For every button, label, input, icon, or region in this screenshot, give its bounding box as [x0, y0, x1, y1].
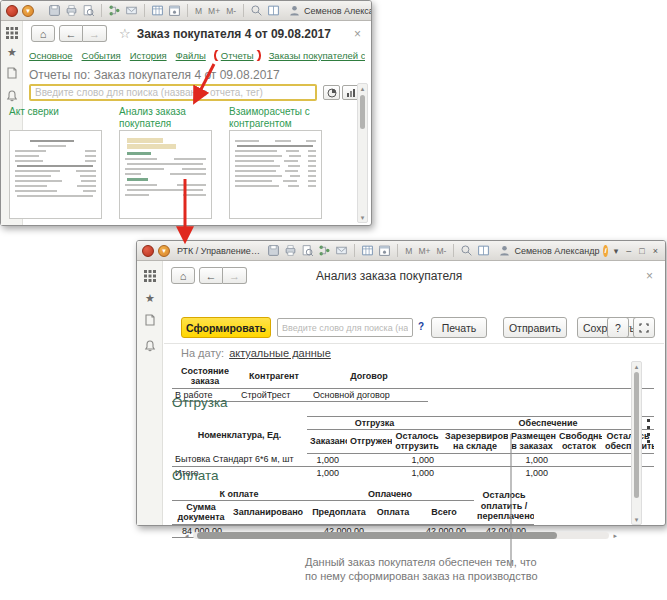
- table-icon[interactable]: [151, 4, 164, 17]
- vertical-scrollbar[interactable]: ▴ ▾: [357, 83, 368, 223]
- close-window-button[interactable]: ×: [651, 246, 660, 256]
- history-icon[interactable]: [143, 313, 157, 327]
- memory-mplus-button[interactable]: М+: [417, 246, 431, 256]
- toolbar-search-input[interactable]: [277, 318, 413, 337]
- date-value-link[interactable]: актуальные данные: [229, 347, 331, 359]
- favorite-star-icon[interactable]: ☆: [119, 26, 131, 41]
- user-badge[interactable]: Семенов Александр: [288, 4, 371, 17]
- columns-icon[interactable]: [267, 4, 280, 17]
- tree-icon[interactable]: [318, 244, 331, 257]
- app-menu-button[interactable]: [142, 245, 154, 257]
- group-header-provision: Обеспечение: [442, 417, 654, 430]
- home-button[interactable]: ⌂: [31, 25, 55, 42]
- cell: [556, 453, 602, 466]
- tab-events[interactable]: События: [82, 50, 121, 61]
- table-icon[interactable]: [361, 244, 374, 257]
- save-icon[interactable]: [48, 4, 61, 17]
- titlebar-dropdown-icon[interactable]: ▾: [612, 246, 621, 256]
- tab-main[interactable]: Основное: [29, 50, 73, 61]
- vertical-scrollbar[interactable]: ▴ ▾: [631, 361, 642, 525]
- menu-grid-icon[interactable]: [5, 26, 19, 40]
- scroll-right-icon[interactable]: ▸: [613, 531, 617, 540]
- send-button[interactable]: Отправить: [503, 317, 567, 338]
- close-form-button[interactable]: ×: [354, 27, 361, 41]
- zoom-icon[interactable]: [250, 4, 263, 17]
- help-button[interactable]: ?: [607, 317, 629, 338]
- cell: [347, 453, 392, 466]
- info-icon[interactable]: i: [603, 245, 607, 257]
- app-title: РТК / Управление нашей фирмой, ... (1С:П…: [177, 246, 260, 256]
- report-thumbnail-order-analysis[interactable]: [119, 130, 212, 219]
- user-name: Семенов Александр: [304, 6, 371, 16]
- report-link-akt-sverki[interactable]: Акт сверки: [9, 106, 109, 118]
- memory-mminus-button[interactable]: М-: [225, 6, 237, 16]
- tab-site-orders[interactable]: Заказы покупателей с сайта: [269, 50, 365, 61]
- bell-icon[interactable]: [143, 339, 157, 353]
- cell: 1,000: [307, 453, 347, 466]
- search-help-link[interactable]: ?: [418, 321, 424, 332]
- minimize-button[interactable]: –: [624, 246, 633, 256]
- scroll-down-icon[interactable]: ▾: [632, 515, 641, 524]
- forward-button[interactable]: →: [83, 25, 107, 42]
- cell: [442, 453, 508, 466]
- tab-reports[interactable]: Отчеты: [221, 50, 254, 61]
- table-row[interactable]: Бытовка Стандарт 6*6 м, шт 1,000 1,000 1…: [172, 453, 654, 466]
- table-row[interactable]: В работе СтройТрест Основной договор: [172, 388, 654, 401]
- maximize-button[interactable]: □: [637, 246, 646, 256]
- zoom-icon[interactable]: [460, 244, 473, 257]
- app-menu-button[interactable]: [6, 5, 18, 17]
- app-dropdown-button[interactable]: ▾: [158, 245, 170, 257]
- report-thumbnail-settlements[interactable]: [229, 130, 322, 219]
- scroll-left-icon[interactable]: ◂: [185, 531, 189, 540]
- back-button[interactable]: ←: [59, 25, 83, 42]
- scroll-down-icon[interactable]: ▾: [358, 213, 367, 222]
- generate-button[interactable]: Сформировать: [181, 317, 271, 338]
- back-button[interactable]: ←: [199, 267, 223, 284]
- menu-grid-icon[interactable]: [143, 269, 157, 283]
- horizontal-scrollbar[interactable]: ◂ ▸: [185, 531, 617, 540]
- close-form-button[interactable]: ×: [646, 269, 653, 283]
- tab-files[interactable]: Файлы: [176, 50, 206, 61]
- memory-m-button[interactable]: М: [194, 6, 203, 16]
- history-icon[interactable]: [5, 66, 19, 80]
- favorites-star-icon[interactable]: ★: [5, 45, 19, 59]
- chart-view-button[interactable]: [323, 85, 340, 100]
- user-badge[interactable]: Семенов Александр: [498, 244, 599, 257]
- forward-button[interactable]: →: [223, 267, 247, 284]
- report-search-input[interactable]: [29, 84, 317, 101]
- app-dropdown-button[interactable]: ▾: [22, 5, 34, 17]
- print-icon[interactable]: [284, 244, 297, 257]
- total-row[interactable]: Итого 1,000 1,000 1,000: [172, 466, 654, 479]
- preview-icon[interactable]: [82, 4, 95, 17]
- mail-icon[interactable]: [125, 4, 138, 17]
- print-button[interactable]: Печать: [431, 317, 487, 338]
- memory-mminus-button[interactable]: М-: [435, 246, 447, 256]
- column-header: Размещено в заказах: [508, 430, 556, 454]
- scroll-up-icon[interactable]: ▴: [632, 362, 641, 371]
- calendar-icon[interactable]: [378, 244, 391, 257]
- report-link-mutual-settlements[interactable]: Взаиморасчеты с контрагентом: [229, 106, 329, 130]
- favorites-star-icon[interactable]: ★: [143, 291, 157, 305]
- window-order-analysis: ▾ РТК / Управление нашей фирмой, ... (1С…: [136, 240, 666, 526]
- expand-icon: [639, 323, 649, 333]
- fullscreen-button[interactable]: [633, 317, 655, 338]
- home-button[interactable]: ⌂: [171, 267, 195, 284]
- tab-history[interactable]: История: [130, 50, 167, 61]
- calendar-icon[interactable]: [168, 4, 181, 17]
- pie-chart-icon: [327, 88, 337, 98]
- columns-icon[interactable]: [477, 244, 490, 257]
- tree-icon[interactable]: [108, 4, 121, 17]
- memory-m-button[interactable]: М: [404, 246, 413, 256]
- memory-mplus-button[interactable]: М+: [207, 6, 221, 16]
- window-customer-order: ▾ Р.. М М+ М- Семенов Александр i ▾ – □ …: [0, 0, 372, 226]
- mail-icon[interactable]: [335, 244, 348, 257]
- scroll-up-icon[interactable]: ▴: [358, 84, 367, 93]
- panel-drag-handle[interactable]: [647, 419, 651, 447]
- bell-icon[interactable]: [5, 89, 19, 103]
- print-icon[interactable]: [65, 4, 78, 17]
- report-thumbnail-akt-sverki[interactable]: [9, 130, 102, 219]
- chevron-down-icon: ▾: [162, 247, 166, 255]
- preview-icon[interactable]: [301, 244, 314, 257]
- report-link-order-analysis[interactable]: Анализ заказа покупателя: [119, 106, 214, 130]
- save-icon[interactable]: [267, 244, 280, 257]
